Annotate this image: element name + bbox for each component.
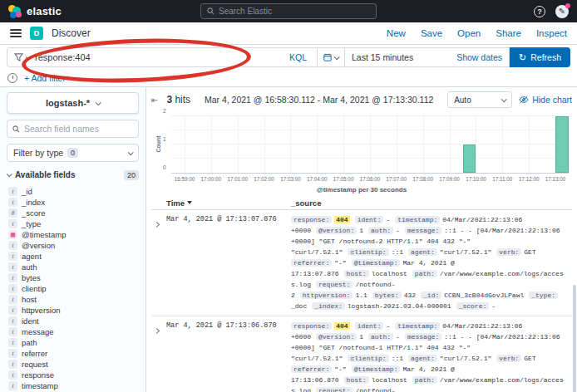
filter-by-type[interactable]: Filter by type 0 — [7, 144, 139, 162]
source-field-chip[interactable]: message: — [405, 227, 441, 234]
source-field-chip[interactable]: timestamp: — [395, 322, 440, 330]
time-column-header[interactable]: Time — [166, 198, 291, 208]
filter-menu-icon[interactable] — [14, 53, 30, 61]
refresh-button[interactable]: ↻ Refresh — [510, 47, 570, 67]
source-field-chip[interactable]: path: — [412, 270, 437, 277]
interval-select[interactable]: Auto — [447, 91, 512, 108]
source-field-chip[interactable]: verb: — [496, 248, 521, 256]
source-field-chip[interactable]: message: — [405, 333, 441, 341]
field-search[interactable] — [7, 120, 139, 138]
source-field-chip[interactable]: @timestamp: — [352, 365, 401, 373]
field-item-type[interactable]: t_type — [7, 218, 139, 229]
source-field-chip[interactable]: request: — [316, 281, 353, 288]
nav-action-save[interactable]: Save — [421, 28, 442, 38]
add-filter-button[interactable]: + Add filter — [24, 73, 66, 83]
field-item-bytes[interactable]: tbytes — [7, 272, 139, 283]
query-input[interactable]: response:404 KQL — [7, 47, 317, 67]
menu-icon[interactable] — [10, 29, 22, 37]
index-pattern-selector[interactable]: logstash-* — [7, 92, 139, 114]
source-field-chip[interactable]: verb: — [496, 355, 521, 362]
elastic-logo[interactable]: elastic — [8, 5, 62, 18]
source-value: "-" — [334, 259, 346, 267]
source-field-chip[interactable]: agent: — [408, 248, 437, 256]
discover-app-icon[interactable]: D — [30, 27, 43, 40]
chevron-down-icon — [501, 96, 507, 102]
gridline — [450, 116, 451, 173]
string-field-icon: t — [8, 273, 17, 282]
field-item-httpversion[interactable]: thttpversion — [7, 305, 139, 316]
field-item-path[interactable]: tpath — [7, 337, 139, 348]
source-field-chip[interactable]: _index: — [312, 302, 345, 310]
field-item-index[interactable]: t_index — [7, 197, 139, 208]
chart-plot-area[interactable]: 012 — [171, 116, 569, 174]
nav-action-new[interactable]: New — [387, 28, 406, 38]
nav-action-open[interactable]: Open — [457, 28, 481, 38]
time-range-value[interactable]: Last 15 minutes — [345, 52, 450, 62]
source-field-chip[interactable]: clientip: — [348, 248, 388, 256]
nav-action-share[interactable]: Share — [496, 28, 521, 38]
source-field-chip[interactable]: @timestamp: — [352, 259, 401, 267]
search-icon — [12, 125, 20, 133]
field-item-timestamp[interactable]: ▦@timestamp — [7, 229, 139, 240]
collapse-sidebar-icon[interactable]: ⇤ — [151, 96, 158, 105]
source-field-chip[interactable]: _type: — [529, 292, 558, 299]
field-item-request[interactable]: trequest — [7, 359, 139, 370]
show-dates-button[interactable]: Show dates — [450, 52, 509, 62]
global-search-input[interactable]: Search Elastic — [200, 3, 377, 19]
field-item-clientip[interactable]: tclientip — [7, 283, 139, 294]
source-field-chip[interactable]: response: — [291, 322, 332, 330]
field-item-score[interactable]: #_score — [7, 208, 139, 218]
source-field-chip[interactable]: agent: — [408, 355, 437, 362]
source-field-chip[interactable]: _id: — [421, 292, 441, 299]
query-text[interactable]: response:404 — [35, 52, 281, 62]
x-tick-label: 17:02:00 — [254, 176, 274, 182]
field-search-input[interactable] — [24, 124, 133, 134]
source-field-chip[interactable]: referrer: — [291, 259, 332, 267]
source-field-chip[interactable]: host: — [344, 376, 369, 384]
source-field-chip[interactable]: @version: — [316, 227, 357, 234]
string-field-icon: t — [8, 187, 17, 196]
field-item-ident[interactable]: tident — [7, 316, 139, 326]
source-field-chip[interactable]: response: — [291, 216, 332, 223]
source-field-chip[interactable]: auth: — [368, 333, 393, 341]
source-field-chip[interactable]: referrer: — [291, 365, 332, 373]
field-item-referrer[interactable]: treferrer — [7, 348, 139, 359]
field-name: _id — [22, 187, 32, 196]
source-field-chip[interactable]: httpversion: — [300, 292, 353, 299]
user-avatar[interactable]: ✎ — [555, 5, 569, 18]
source-field-chip[interactable]: clientip: — [348, 355, 388, 362]
source-value: ::1 — [392, 248, 403, 256]
field-item-agent[interactable]: tagent — [7, 251, 139, 262]
histogram-bar[interactable] — [555, 116, 569, 173]
source-field-chip[interactable]: bytes: — [372, 292, 402, 299]
field-name: timestamp — [22, 381, 58, 390]
query-language-button[interactable]: KQL — [286, 52, 310, 62]
source-field-chip[interactable]: _score: — [456, 302, 490, 310]
source-field-chip[interactable]: ident: — [355, 216, 384, 223]
field-item-response[interactable]: tresponse — [7, 370, 139, 380]
field-item-message[interactable]: tmessage — [7, 326, 139, 337]
source-field-chip[interactable]: timestamp: — [395, 216, 440, 223]
source-field-chip[interactable]: host: — [344, 270, 369, 277]
available-fields-header[interactable]: Available fields 20 — [7, 169, 139, 181]
calendar-menu-button[interactable] — [318, 48, 345, 66]
field-item-id[interactable]: t_id — [7, 186, 139, 197]
field-item-timestamp[interactable]: ttimestamp — [7, 380, 139, 391]
saved-query-icon[interactable] — [7, 73, 17, 83]
nav-action-inspect[interactable]: Inspect — [536, 28, 567, 38]
expand-row-button[interactable] — [151, 321, 166, 392]
field-item-host[interactable]: thost — [7, 294, 139, 305]
source-field-chip[interactable]: request: — [316, 387, 353, 392]
source-field-chip[interactable]: path: — [412, 376, 437, 384]
field-item-version[interactable]: t@version — [7, 240, 139, 251]
doc-source-cell: response:404ident:-timestamp:04/Mar/2021… — [291, 214, 572, 311]
source-field-chip[interactable]: auth: — [368, 227, 393, 234]
source-field-chip[interactable]: ident: — [355, 322, 384, 330]
source-field-chip[interactable]: @version: — [316, 333, 357, 341]
expand-row-button[interactable] — [151, 214, 166, 311]
hide-chart-button[interactable]: Hide chart — [519, 95, 572, 105]
histogram-bar[interactable] — [463, 145, 476, 173]
help-icon[interactable]: ? — [534, 6, 545, 17]
scrollbar[interactable] — [573, 285, 576, 392]
field-item-auth[interactable]: tauth — [7, 262, 139, 272]
